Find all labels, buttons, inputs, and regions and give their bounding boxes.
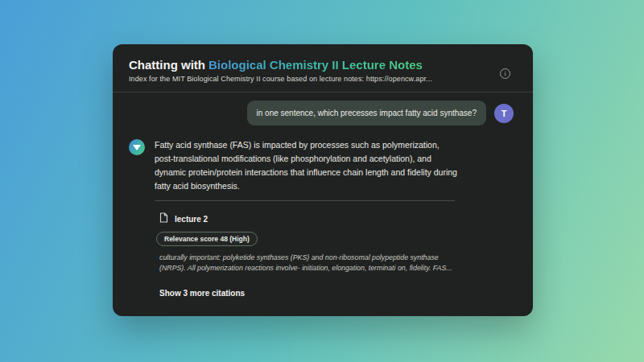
- assistant-avatar: [129, 139, 145, 155]
- citation-source-row[interactable]: lecture 2: [159, 212, 514, 226]
- assistant-message-row: Fatty acid synthase (FAS) is impacted by…: [129, 138, 514, 193]
- card-header: Chatting withBiological Chemistry II Lec…: [113, 44, 533, 93]
- user-message-bubble: in one sentence, which precesses impact …: [247, 101, 486, 125]
- chat-body: in one sentence, which precesses impact …: [113, 93, 533, 299]
- chat-card: Chatting withBiological Chemistry II Lec…: [113, 44, 533, 316]
- user-message-row: in one sentence, which precesses impact …: [129, 101, 514, 125]
- funnel-icon: [133, 145, 141, 150]
- citation-source-label: lecture 2: [175, 215, 208, 224]
- user-avatar: T: [494, 104, 514, 123]
- citation-block: lecture 2 Relevance score 48 (High) cult…: [159, 212, 514, 274]
- citation-excerpt-text: culturally important: polyketide synthas…: [159, 253, 454, 274]
- info-icon[interactable]: i: [500, 68, 510, 79]
- relevance-score-badge: Relevance score 48 (High): [156, 232, 258, 246]
- page-title: Chatting withBiological Chemistry II Lec…: [129, 58, 514, 72]
- show-more-citations-button[interactable]: Show 3 more citations: [159, 289, 245, 298]
- document-icon: [159, 212, 168, 226]
- citations-divider: [155, 200, 455, 201]
- title-prefix: Chatting with: [129, 58, 205, 72]
- title-highlight: Biological Chemistry II Lecture Notes: [208, 58, 423, 72]
- assistant-answer-text: Fatty acid synthase (FAS) is impacted by…: [155, 138, 459, 193]
- index-subtitle: Index for the MIT Biological Chemistry I…: [129, 75, 514, 83]
